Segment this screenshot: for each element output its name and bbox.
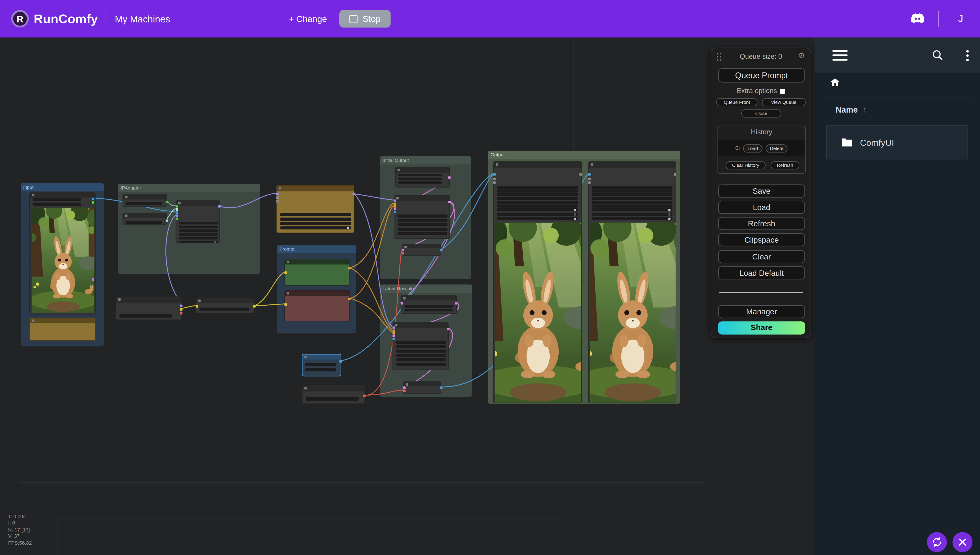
input-port-model[interactable]	[276, 192, 279, 195]
sidebar-refresh-button[interactable]	[927, 532, 947, 552]
share-button[interactable]: Share	[718, 321, 805, 335]
output-port-clip[interactable]	[180, 308, 183, 311]
stop-machine-button[interactable]: Stop	[339, 10, 391, 27]
output-port-latent[interactable]	[447, 327, 450, 330]
input-port[interactable]	[588, 181, 591, 184]
clear-button[interactable]: Clear	[718, 250, 805, 263]
output-port-mask[interactable]	[92, 201, 94, 204]
node-latent-upscale[interactable]	[400, 295, 457, 314]
output-port[interactable]	[166, 220, 168, 222]
close-queue-button[interactable]: Close	[741, 109, 781, 117]
input-port[interactable]	[176, 211, 178, 214]
sidebar-close-button[interactable]	[953, 532, 972, 552]
node-ipadapter-apply[interactable]	[176, 200, 220, 243]
input-port-vae[interactable]	[403, 390, 405, 392]
node-selected-preview[interactable]	[302, 354, 341, 376]
input-port-samples[interactable]	[402, 249, 404, 251]
output-port-image[interactable]	[92, 197, 94, 200]
input-port[interactable]	[276, 200, 279, 202]
output-port[interactable]	[580, 173, 582, 176]
output-port-image[interactable]	[440, 249, 442, 251]
output-port-model[interactable]	[218, 205, 221, 208]
change-machine-button[interactable]: + Change	[289, 14, 327, 24]
view-queue-button[interactable]: View Queue	[762, 98, 805, 106]
clipspace-button[interactable]: Clipspace	[718, 233, 805, 247]
output-port-model[interactable]	[180, 305, 183, 307]
history-refresh-button[interactable]: Refresh	[771, 161, 799, 169]
input-port[interactable]	[176, 214, 178, 217]
output-port-latent[interactable]	[448, 176, 450, 179]
save-button[interactable]: Save	[718, 184, 805, 198]
input-port-negative[interactable]	[394, 205, 396, 208]
node-save-image-1[interactable]	[493, 161, 582, 403]
input-port-samples[interactable]	[403, 387, 405, 389]
node-ksampler-initial[interactable]	[394, 195, 450, 239]
history-delete-button[interactable]: Delete	[765, 144, 788, 152]
node-negative-prompt[interactable]	[285, 290, 350, 321]
node-note-brown[interactable]	[29, 318, 96, 341]
user-avatar[interactable]: J	[951, 13, 970, 24]
output-port-vae[interactable]	[363, 395, 365, 397]
output-port-model[interactable]	[352, 192, 355, 195]
input-port[interactable]	[588, 178, 591, 180]
output-port-vae[interactable]	[180, 312, 183, 314]
output-port-latent[interactable]	[448, 201, 450, 203]
input-port-images[interactable]	[493, 173, 496, 176]
output-port-latent[interactable]	[455, 302, 458, 305]
menu-hamburger-icon[interactable]	[833, 50, 847, 61]
queue-prompt-button[interactable]: Queue Prompt	[718, 68, 805, 82]
input-port-images[interactable]	[588, 173, 591, 176]
extra-options-checkbox[interactable]	[780, 89, 785, 94]
input-port-latent[interactable]	[394, 208, 396, 210]
input-port[interactable]	[493, 181, 496, 184]
input-port-latent[interactable]	[392, 335, 395, 337]
node-vae-loader[interactable]	[302, 385, 365, 404]
home-icon[interactable]	[829, 77, 841, 87]
output-port-image[interactable]	[339, 360, 342, 363]
node-load-image[interactable]	[29, 192, 96, 314]
settings-gear-icon[interactable]: ⚙	[798, 51, 805, 60]
clear-history-button[interactable]: Clear History	[725, 161, 765, 169]
input-port[interactable]	[493, 178, 496, 180]
output-port[interactable]	[674, 173, 676, 176]
input-port[interactable]	[176, 218, 178, 220]
search-icon[interactable]	[931, 49, 944, 61]
output-port-clip[interactable]	[253, 305, 256, 308]
runcomfy-logo[interactable]: R RunComfy	[11, 10, 98, 27]
input-port[interactable]	[176, 205, 178, 208]
input-port-model[interactable]	[392, 326, 395, 329]
discord-icon[interactable]	[910, 11, 926, 27]
input-port-clip[interactable]	[285, 271, 287, 274]
queue-front-button[interactable]: Queue Front	[716, 98, 757, 106]
input-port-positive[interactable]	[392, 329, 395, 332]
refresh-button[interactable]: Refresh	[718, 217, 805, 230]
node-model-patch-brown[interactable]	[276, 185, 354, 233]
output-port-conditioning[interactable]	[348, 267, 351, 269]
input-port[interactable]	[394, 211, 396, 213]
output-port-image[interactable]	[440, 387, 442, 389]
input-port-positive[interactable]	[394, 202, 396, 205]
output-port-conditioning[interactable]	[348, 298, 351, 300]
node-clipvision-loader[interactable]	[123, 194, 167, 207]
input-port-negative[interactable]	[392, 332, 395, 335]
more-options-kebab-icon[interactable]	[966, 50, 969, 53]
node-vae-decode-initial[interactable]	[402, 244, 441, 256]
node-save-image-2[interactable]	[588, 161, 676, 403]
sort-by-name-header[interactable]: Name↑	[836, 105, 867, 114]
input-port-clip[interactable]	[196, 305, 198, 308]
node-positive-prompt[interactable]	[285, 259, 350, 286]
node-empty-latent[interactable]	[395, 167, 450, 188]
node-clip-set-last-layer[interactable]	[196, 298, 255, 313]
load-default-button[interactable]: Load Default	[718, 266, 805, 280]
input-port[interactable]	[176, 208, 178, 210]
manager-button[interactable]: Manager	[718, 305, 805, 318]
node-ipadapter-model-loader[interactable]	[123, 213, 167, 225]
input-port[interactable]	[276, 196, 279, 199]
history-load-button[interactable]: Load	[743, 144, 762, 152]
file-row-comfyui[interactable]: ComfyUI	[826, 125, 968, 159]
input-port-samples[interactable]	[400, 302, 403, 305]
load-button[interactable]: Load	[718, 201, 805, 214]
node-checkpoint-loader[interactable]	[116, 297, 182, 320]
input-port-vae[interactable]	[402, 252, 404, 255]
input-port-clip[interactable]	[285, 303, 287, 306]
